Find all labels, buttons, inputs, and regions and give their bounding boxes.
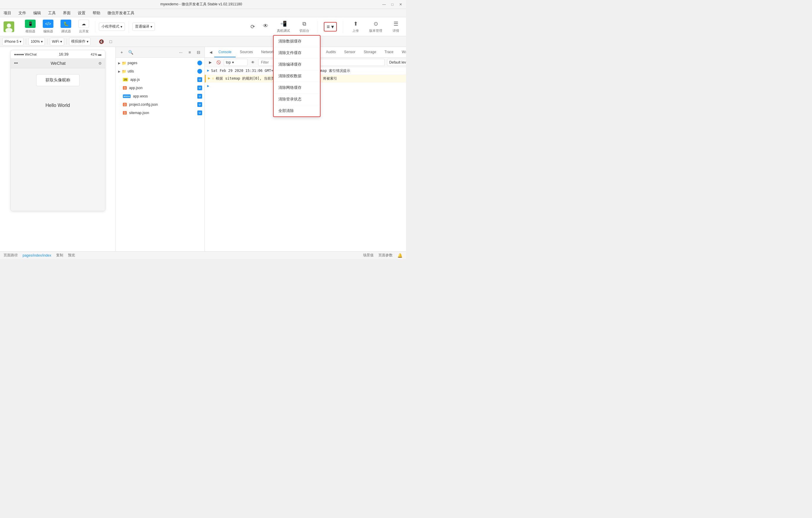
device-select[interactable]: iPhone 5 ▾ <box>2 38 24 46</box>
phone-time: 16:39 <box>59 52 68 56</box>
console-eye-button[interactable]: 👁 <box>250 59 256 65</box>
compile-label: 普通编译 <box>135 24 149 29</box>
status-copy-button[interactable]: 复制 <box>56 253 63 258</box>
menu-item-微信开发者工具[interactable]: 微信开发者工具 <box>106 10 136 16</box>
cache-item-全部清除[interactable]: 全部清除 <box>273 105 320 116</box>
tree-item-appwxss[interactable]: wxss app.wxss U <box>116 92 204 100</box>
tree-item-pages[interactable]: ▶ 📁 pages <box>116 59 204 67</box>
console-run-button[interactable]: ▶ <box>207 59 213 65</box>
menu-item-界面[interactable]: 界面 <box>62 10 72 16</box>
status-page-path[interactable]: pages/index/index <box>23 253 51 257</box>
debugger-button[interactable]: 🐛 调试器 <box>58 19 74 35</box>
status-scene-button[interactable]: 场景值 <box>363 253 374 258</box>
cache-item-清除数据缓存[interactable]: 清除数据缓存 <box>273 36 320 47</box>
editor-button[interactable]: </> 编辑器 <box>40 19 56 35</box>
main-content: ●●●●● WeChat 16:39 41% ▬ ••• WeChat ⊙ 获取… <box>0 47 406 251</box>
tab-audits[interactable]: Audits <box>322 47 340 57</box>
menu-item-帮助[interactable]: 帮助 <box>91 10 102 16</box>
tab-sensor[interactable]: Sensor <box>340 47 360 57</box>
menu-item-工具[interactable]: 工具 <box>47 10 57 16</box>
operation-label: 模拟操作 <box>71 39 85 44</box>
menu-item-编辑[interactable]: 编辑 <box>32 10 42 16</box>
menu-item-设置[interactable]: 设置 <box>77 10 87 16</box>
tab-nav-left[interactable]: ◀ <box>207 47 214 57</box>
console-level-select[interactable]: Default levels ▾ <box>387 59 406 66</box>
simulator-button[interactable]: 📱 模拟器 <box>23 19 38 35</box>
tree-item-appjs[interactable]: JS app.js U <box>116 76 204 84</box>
pages-badge <box>197 61 202 65</box>
close-button[interactable]: ✕ <box>398 2 403 7</box>
network-label: WiFi <box>52 39 59 44</box>
cache-item-清除编译缓存[interactable]: 清除编译缓存 <box>273 59 320 71</box>
tab-storage[interactable]: Storage <box>360 47 380 57</box>
avatar[interactable] <box>4 21 14 32</box>
wechat-right-icons[interactable]: ⊙ <box>98 61 102 65</box>
file-more-button[interactable]: ··· <box>177 49 184 56</box>
console-context-select[interactable]: top ▾ <box>224 59 248 66</box>
file-panel: + 🔍 ··· ≡ ⊟ ▶ 📁 pages ▶ 📁 utils <box>116 47 205 251</box>
tab-wxml[interactable]: Wxml <box>398 47 406 57</box>
upload-button[interactable]: ⬆ 上传 <box>349 19 362 34</box>
console-collapse-arrow[interactable]: ▶ <box>207 68 209 73</box>
sub-separator-3 <box>66 38 67 45</box>
wechat-title: WeChat <box>18 61 98 66</box>
tree-arrow-pages: ▶ <box>118 61 120 65</box>
wechat-left-icons[interactable]: ••• <box>14 61 18 65</box>
layers-icon: ≡ ▾ <box>326 23 335 30</box>
tree-item-utils[interactable]: ▶ 📁 utils <box>116 67 204 76</box>
json-ext-icon-3: {} <box>123 111 127 115</box>
layers-button[interactable]: ≡ ▾ <box>324 22 337 31</box>
phone-status-bar: ●●●●● WeChat 16:39 41% ▬ <box>11 50 105 58</box>
tab-sources[interactable]: Sources <box>236 47 257 57</box>
tab-trace[interactable]: Trace <box>380 47 398 57</box>
status-page-param-button[interactable]: 页面参数 <box>378 253 393 258</box>
status-preview-button[interactable]: 预览 <box>68 253 75 258</box>
file-sort-button[interactable]: ≡ <box>186 49 193 56</box>
tree-item-projectconfig[interactable]: {} project.config.json U <box>116 100 204 109</box>
tree-arrow-utils: ▶ <box>118 70 120 73</box>
mode-select[interactable]: 小程序模式 ▾ <box>99 23 125 31</box>
version-label: 版本管理 <box>369 28 382 33</box>
preview-button[interactable]: 👁 <box>261 23 270 31</box>
cursor-icon[interactable]: ▶ <box>207 84 209 88</box>
cloud-icon: ☁ <box>78 20 89 28</box>
tree-name-pages: pages <box>127 61 196 65</box>
compile-select[interactable]: 普通编译 ▾ <box>133 23 155 31</box>
editor-icon: </> <box>43 20 53 28</box>
minimize-button[interactable]: — <box>382 2 386 7</box>
refresh-button[interactable]: ⟳ ⟳ <box>249 23 257 30</box>
cache-item-清除网络缓存[interactable]: 清除网络缓存 <box>273 82 320 93</box>
cache-item-清除文件缓存[interactable]: 清除文件缓存 <box>273 47 320 59</box>
cache-item-清除授权数据[interactable]: 清除授权数据 <box>273 71 320 82</box>
add-file-button[interactable]: + <box>118 49 125 56</box>
tree-item-appjson[interactable]: {} app.json U <box>116 84 204 92</box>
version-button[interactable]: ⊙ 版本管理 <box>367 19 385 34</box>
network-select[interactable]: WiFi ▾ <box>50 38 64 46</box>
realtest-button[interactable]: 📲 真机调试 <box>274 19 292 34</box>
maximize-button[interactable]: □ <box>390 2 395 7</box>
console-clear-button[interactable]: 🚫 <box>215 59 222 65</box>
operation-select[interactable]: 模拟操作 ▾ <box>69 38 90 46</box>
menu-item-项目[interactable]: 项目 <box>2 10 12 16</box>
tab-console[interactable]: Console <box>214 47 236 57</box>
get-avatar-button[interactable]: 获取头像昵称 <box>36 74 80 86</box>
phone-body: 获取头像昵称 Hello World <box>11 68 105 211</box>
wechat-dots-icon: ••• <box>14 61 18 65</box>
file-collapse-button[interactable]: ⊟ <box>195 49 202 56</box>
projectconfig-badge: U <box>197 102 202 107</box>
device-arrow: ▾ <box>20 39 21 44</box>
menu-item-文件[interactable]: 文件 <box>17 10 27 16</box>
cutback-button[interactable]: ⧉ 切后台 <box>297 19 312 34</box>
detail-button[interactable]: ☰ 详情 <box>389 19 402 34</box>
toolbar-separator-3 <box>318 21 318 33</box>
tree-item-sitemap[interactable]: {} sitemap.json U <box>116 109 204 117</box>
window-controls[interactable]: — □ ✕ <box>382 2 403 7</box>
cloud-button[interactable]: ☁ 云开发 <box>76 19 91 35</box>
cache-item-清除登录状态[interactable]: 清除登录状态 <box>273 93 320 105</box>
search-file-button[interactable]: 🔍 <box>127 49 134 56</box>
mute-button[interactable]: 🔇 <box>98 38 105 45</box>
file-toolbar: + 🔍 ··· ≡ ⊟ <box>116 47 204 58</box>
phone-battery: 41% ▬ <box>90 53 101 56</box>
screen-button[interactable]: □ <box>107 38 114 45</box>
zoom-select[interactable]: 100% ▾ <box>28 38 45 46</box>
